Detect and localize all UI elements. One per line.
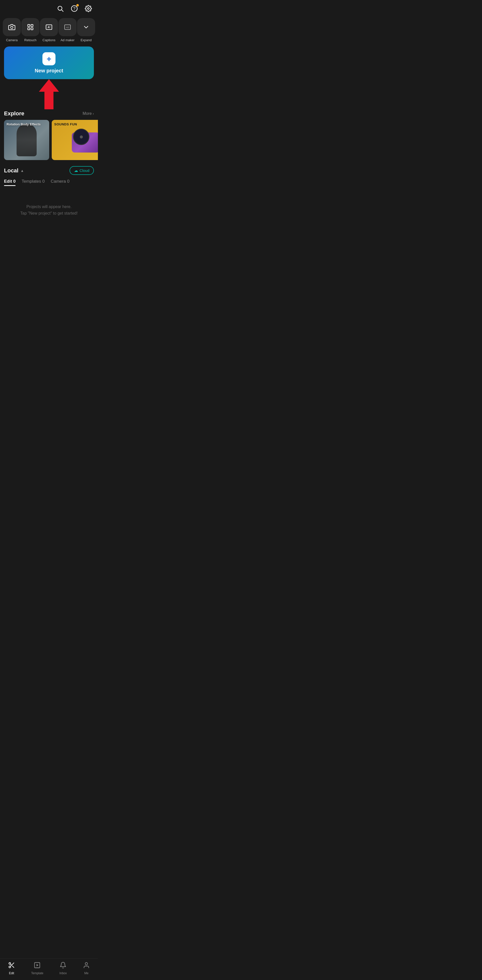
explore-cards-container: Rotation Body Effects SOUNDS FUN Viral A…	[0, 120, 98, 160]
tool-camera[interactable]: Camera	[3, 18, 21, 42]
empty-state: Projects will appear here.Tap "New proje…	[0, 188, 98, 226]
svg-point-4	[87, 8, 89, 10]
svg-rect-7	[31, 25, 33, 27]
svg-rect-6	[28, 25, 30, 27]
captions-icon-box: A!	[40, 18, 58, 36]
retouch-label: Retouch	[24, 38, 36, 42]
camera-label: Camera	[6, 38, 17, 42]
captions-label: Captions	[43, 38, 55, 42]
tab-templates[interactable]: Templates 0	[22, 179, 45, 185]
new-project-plus-icon: +	[43, 52, 55, 65]
explore-card-rotation[interactable]: Rotation Body Effects	[4, 120, 49, 160]
explore-card-sounds[interactable]: SOUNDS FUN	[52, 120, 98, 160]
svg-text:AD: AD	[66, 26, 69, 29]
more-label: More	[82, 111, 92, 116]
new-project-banner[interactable]: + New project	[4, 46, 94, 79]
sort-icon[interactable]: ▲	[20, 169, 24, 173]
retouch-icon-box	[21, 18, 40, 36]
tab-edit[interactable]: Edit 0	[4, 179, 16, 185]
sounds-card-label: SOUNDS FUN	[54, 123, 77, 126]
tools-row: Camera Retouch A! Captions	[0, 15, 98, 44]
search-icon[interactable]	[56, 4, 65, 13]
help-icon[interactable]: ?	[70, 4, 79, 13]
turntable-illustration	[71, 127, 98, 153]
person-figure	[17, 124, 36, 156]
tool-expand[interactable]: Expand	[77, 18, 95, 42]
expand-label: Expand	[81, 38, 92, 42]
svg-rect-9	[31, 28, 33, 30]
tool-admaker[interactable]: AD Ad maker	[59, 18, 76, 42]
local-header: Local ▲ ☁ Cloud	[4, 166, 94, 175]
local-title: Local ▲	[4, 167, 24, 174]
tool-captions[interactable]: A! Captions	[40, 18, 58, 42]
settings-icon[interactable]	[84, 4, 93, 13]
cloud-upload-icon: ☁	[74, 168, 78, 173]
new-project-label: New project	[35, 68, 63, 74]
local-section: Local ▲ ☁ Cloud Edit 0 Templates 0 Camer…	[0, 160, 98, 188]
svg-rect-8	[28, 28, 30, 30]
more-chevron-icon: ›	[93, 111, 94, 116]
svg-text:?: ?	[73, 6, 75, 11]
explore-more-link[interactable]: More ›	[82, 111, 94, 116]
admaker-label: Ad maker	[60, 38, 75, 42]
header: ?	[0, 0, 98, 15]
admaker-icon-box: AD	[59, 18, 76, 36]
explore-title: Explore	[4, 110, 24, 117]
tab-camera[interactable]: Camera 0	[51, 179, 70, 185]
empty-state-text: Projects will appear here.Tap "New proje…	[20, 205, 78, 215]
svg-point-5	[11, 26, 13, 29]
cloud-button[interactable]: ☁ Cloud	[70, 166, 94, 175]
rotation-card-label: Rotation Body Effects	[6, 123, 41, 126]
svg-line-1	[62, 10, 63, 11]
camera-icon-box	[3, 18, 21, 36]
tool-retouch[interactable]: Retouch	[21, 18, 40, 42]
expand-icon-box	[77, 18, 95, 36]
svg-text:A!: A!	[48, 25, 50, 29]
local-tabs: Edit 0 Templates 0 Camera 0	[4, 179, 94, 185]
arrow-indicator	[0, 79, 98, 109]
